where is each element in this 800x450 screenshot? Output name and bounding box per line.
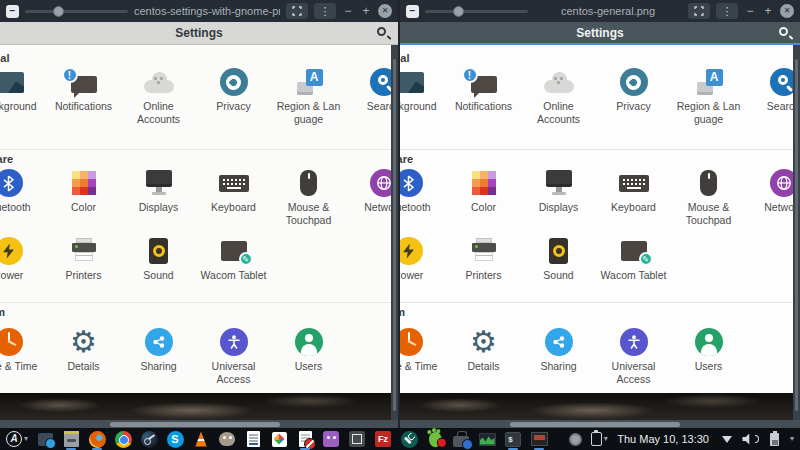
taskbar-purple-app[interactable] [322, 430, 340, 448]
taskbar-boxes[interactable] [348, 430, 366, 448]
settings-grid-image[interactable]: PersonalBackground!NotificationsOnlineAc… [0, 45, 398, 393]
settings-section-personal: PersonalBackground!NotificationsOnlineAc… [400, 52, 800, 125]
gear-icon: ⚙ [452, 327, 516, 357]
zoom-out-button[interactable]: − [6, 5, 19, 18]
zoom-slider[interactable] [425, 10, 528, 13]
maximize-button[interactable]: + [762, 0, 774, 22]
taskbar-document-editor[interactable] [296, 430, 314, 448]
wallpaper-strip [0, 393, 398, 420]
boxes-icon [349, 431, 365, 447]
close-button[interactable]: ✕ [780, 4, 794, 18]
taskbar-image-viewer[interactable] [530, 430, 548, 448]
horizontal-scrollbar[interactable] [400, 420, 800, 428]
settings-tile-label: Sharing [540, 360, 576, 385]
section-label: Hardware [400, 153, 800, 165]
taskbar-toolbox[interactable] [452, 430, 470, 448]
status-indicator-icon[interactable] [566, 430, 584, 448]
gnome-foot-icon [427, 430, 443, 447]
taskbar-skype[interactable]: S [166, 430, 184, 448]
writer-document-icon [247, 431, 260, 447]
region-language-icon: A [277, 67, 341, 97]
chevron-down-icon: ▾ [604, 435, 608, 443]
bluetooth-icon [0, 168, 41, 198]
clock-icon [0, 327, 41, 357]
taskbar-maintenance-tool[interactable] [400, 430, 418, 448]
taskbar-clock[interactable]: Thu May 10, 13:30 [617, 433, 709, 445]
battery-icon[interactable] [766, 430, 784, 448]
wallpaper-strip [400, 393, 800, 420]
taskbar-firefox[interactable] [88, 430, 106, 448]
settings-tile-mouse-touchpad: Mouse &Touchpad [271, 168, 346, 226]
settings-tile-label: Mouse &Touchpad [286, 201, 332, 226]
notifications-icon: ! [52, 67, 116, 97]
clipboard-menu[interactable]: ▾ [590, 430, 608, 448]
titlebar-right[interactable]: − centos-general.png ⋮ − + ✕ [400, 0, 800, 22]
taskbar-terminal[interactable]: $ [504, 430, 522, 448]
bluetooth-icon [400, 168, 441, 198]
search-icon [377, 27, 390, 40]
scrollbar-thumb[interactable] [510, 422, 680, 427]
vertical-scrollbar[interactable] [391, 45, 398, 420]
taskbar-software-updates[interactable] [426, 430, 444, 448]
taskbar-vlc[interactable] [192, 430, 210, 448]
menu-kebab-button[interactable]: ⋮ [716, 3, 738, 19]
settings-tile-label: Sharing [140, 360, 176, 385]
settings-tile-keyboard: Keyboard [196, 168, 271, 226]
taskbar-wps-office[interactable] [270, 430, 288, 448]
sharing-nodes-icon [127, 327, 191, 357]
fullscreen-button[interactable] [688, 3, 710, 19]
tray-chevron-down-icon[interactable]: ▾ [790, 435, 794, 443]
scrollbar-thumb[interactable] [795, 59, 798, 411]
titlebar-left[interactable]: − centos-settings-with-gnome-pro.png ⋮ −… [0, 0, 398, 22]
settings-tile-label: Notifications [55, 100, 112, 125]
applications-menu[interactable]: A ▾ [6, 430, 28, 448]
firefox-icon [89, 431, 106, 448]
privacy-icon [602, 67, 666, 97]
settings-tile-displays: Displays [521, 168, 596, 226]
taskbar-chrome[interactable] [114, 430, 132, 448]
scrollbar-thumb[interactable] [393, 59, 396, 411]
settings-tile-background: Background [0, 67, 46, 125]
menu-kebab-button[interactable]: ⋮ [314, 3, 336, 19]
online-accounts-cloud-icon [527, 67, 591, 97]
printers-icon [452, 236, 516, 266]
toolbox-icon [453, 436, 469, 447]
volume-icon[interactable] [742, 430, 760, 448]
maximize-button[interactable]: + [360, 0, 372, 22]
taskbar-file-manager[interactable] [62, 430, 80, 448]
zoom-slider[interactable] [25, 10, 128, 13]
taskbar-system-monitor[interactable] [478, 430, 496, 448]
background-photo-icon [0, 67, 41, 97]
settings-grid-image[interactable]: PersonalBackground!NotificationsOnlineAc… [400, 45, 800, 393]
taskbar-writer[interactable] [244, 430, 262, 448]
minimize-button[interactable]: − [342, 0, 354, 22]
settings-title: Settings [175, 26, 222, 40]
zoom-out-button[interactable]: − [406, 5, 419, 18]
zoom-slider-knob[interactable] [53, 6, 64, 17]
horizontal-scrollbar[interactable] [0, 420, 398, 428]
settings-section-hardware: HardwareBluetoothColorDisplaysKeyboardMo… [400, 153, 800, 294]
taskbar-gimp[interactable] [218, 430, 236, 448]
taskbar-steam[interactable] [140, 430, 158, 448]
section-label: Personal [0, 52, 398, 64]
zoom-slider-knob[interactable] [453, 6, 464, 17]
sound-speaker-icon [527, 236, 591, 266]
indicator-menu-icon[interactable] [718, 430, 736, 448]
scrollbar-thumb[interactable] [110, 422, 280, 427]
vertical-scrollbar[interactable] [793, 45, 800, 420]
taskbar-filezilla[interactable]: Fz [374, 430, 392, 448]
region-language-icon: A [677, 67, 741, 97]
settings-tile-label: Printers [65, 269, 101, 294]
close-button[interactable]: ✕ [378, 4, 392, 18]
settings-header-image: Settings [0, 22, 398, 45]
taskbar-screenshot-tool[interactable] [36, 430, 54, 448]
skype-icon: S [167, 431, 184, 448]
minimize-button[interactable]: − [744, 0, 756, 22]
settings-header-image: Settings [400, 22, 800, 45]
settings-tile-label: Printers [465, 269, 501, 294]
window-title: centos-settings-with-gnome-pro.png [134, 5, 280, 17]
wrench-gear-icon [401, 431, 418, 448]
settings-tile-label: OnlineAccounts [537, 100, 580, 125]
settings-tile-online-accounts: OnlineAccounts [521, 67, 596, 125]
fullscreen-button[interactable] [286, 3, 308, 19]
